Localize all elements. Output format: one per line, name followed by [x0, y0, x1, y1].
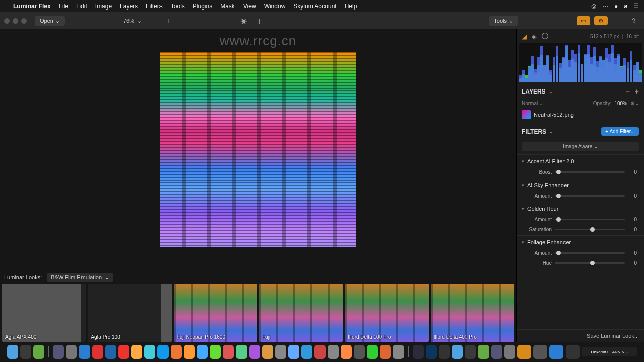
- menu-edit[interactable]: Edit: [76, 3, 87, 10]
- slider-track[interactable]: [555, 171, 625, 173]
- dock-app-icon[interactable]: [131, 345, 142, 359]
- add-filter-button[interactable]: + Add Filter...: [601, 127, 639, 136]
- menu-plugins[interactable]: Plugins: [193, 3, 212, 10]
- menu-view[interactable]: View: [243, 3, 256, 10]
- slider-track[interactable]: [555, 195, 625, 197]
- dock-app-icon[interactable]: [478, 345, 489, 359]
- menu-mask[interactable]: Mask: [220, 3, 235, 10]
- menu-icon[interactable]: ☰: [633, 3, 639, 10]
- window-controls[interactable]: [4, 18, 27, 24]
- menu-window[interactable]: Window: [264, 3, 286, 10]
- menu-layers[interactable]: Layers: [120, 3, 138, 10]
- dock-app-icon[interactable]: [491, 345, 502, 359]
- dock-app-icon[interactable]: [53, 345, 64, 359]
- dock-app-icon[interactable]: [275, 345, 286, 359]
- slider-knob[interactable]: [590, 227, 595, 232]
- dock-app-icon[interactable]: [341, 345, 352, 359]
- dock-app-icon[interactable]: [184, 345, 195, 359]
- share-icon[interactable]: ⇪: [628, 15, 640, 27]
- remove-layer-button[interactable]: −: [626, 87, 630, 96]
- save-look-button[interactable]: Save Luminar Look...: [517, 329, 644, 342]
- dock-app-icon[interactable]: [452, 345, 463, 359]
- dock-app-icon[interactable]: [105, 345, 116, 359]
- histogram-tab-icon[interactable]: ◢: [522, 33, 527, 40]
- zoom-out-button[interactable]: −: [146, 15, 158, 27]
- zoom-select[interactable]: 76%⌄: [123, 18, 142, 24]
- look-preset[interactable]: Ilford Delta 400 Pro: [431, 284, 514, 342]
- slider-knob[interactable]: [556, 251, 561, 255]
- dock-app-icon[interactable]: [367, 345, 378, 359]
- look-preset[interactable]: Fuji Neopan Pro 1600: [174, 284, 257, 342]
- looks-category-dropdown[interactable]: B&W Film Emulation⌄: [47, 273, 113, 282]
- dock-app-icon[interactable]: [144, 345, 155, 359]
- opacity-value[interactable]: 100%: [614, 101, 627, 106]
- dock-app-icon[interactable]: [504, 345, 515, 359]
- dock-app-icon[interactable]: [262, 345, 273, 359]
- dock-app-icon[interactable]: [197, 345, 208, 359]
- slider-track[interactable]: [555, 219, 625, 220]
- dock-app-icon[interactable]: [157, 345, 169, 359]
- dock-app-icon[interactable]: [439, 345, 450, 359]
- open-button[interactable]: Open⌄: [35, 16, 65, 26]
- filter-header[interactable]: ▾Accent AI Filter 2.0: [517, 155, 644, 168]
- dock-app-icon[interactable]: [380, 345, 391, 359]
- dock-app-icon[interactable]: [92, 345, 103, 359]
- slider-track[interactable]: [555, 262, 625, 264]
- look-preset[interactable]: Ilford Delta 100 Pro: [345, 284, 428, 342]
- info-tab-icon[interactable]: ⓘ: [542, 32, 548, 41]
- slider-knob[interactable]: [556, 170, 561, 174]
- dock-app-icon[interactable]: [426, 345, 437, 359]
- menu-filters[interactable]: Filters: [146, 3, 163, 10]
- compare-icon[interactable]: ◫: [254, 15, 266, 27]
- dock-app-icon[interactable]: [314, 345, 326, 359]
- dock-app-icon[interactable]: [517, 345, 531, 359]
- preview-icon[interactable]: ◉: [237, 15, 250, 27]
- menu-help[interactable]: Help: [345, 3, 357, 10]
- dock-app-icon[interactable]: [66, 345, 77, 359]
- status-icon[interactable]: ●: [614, 3, 618, 10]
- status-icon[interactable]: a: [624, 3, 627, 10]
- dock-app-icon[interactable]: [328, 345, 339, 359]
- layer-row[interactable]: Neutral-512.png: [517, 108, 644, 121]
- gear-icon[interactable]: ⚙⌄: [630, 101, 639, 106]
- menu-account[interactable]: Skylum Account: [293, 3, 336, 10]
- filter-header[interactable]: ▾Foliage Enhancer: [517, 236, 644, 249]
- dock-app-icon[interactable]: [549, 345, 564, 359]
- dock-app-icon[interactable]: [354, 345, 365, 359]
- dock-app-icon[interactable]: [566, 345, 580, 359]
- app-name[interactable]: Luminar Flex: [13, 3, 51, 10]
- dock-app-icon[interactable]: [465, 345, 476, 359]
- look-preset[interactable]: Agfa Pro 100: [88, 284, 171, 342]
- image-aware-dropdown[interactable]: Image Aware ⌄: [522, 142, 639, 151]
- status-icon[interactable]: ◎: [591, 3, 596, 10]
- filter-header[interactable]: ▾Golden Hour: [517, 202, 644, 215]
- dock-app-icon[interactable]: [413, 345, 424, 359]
- dock-app-icon[interactable]: [533, 345, 547, 359]
- layers-tab-icon[interactable]: ◈: [532, 33, 537, 40]
- slider-track[interactable]: [555, 229, 625, 230]
- slider-knob[interactable]: [556, 194, 561, 198]
- look-preset[interactable]: Fuji: [259, 284, 343, 342]
- tools-dropdown[interactable]: Tools⌄: [489, 16, 518, 26]
- menu-image[interactable]: Image: [95, 3, 112, 10]
- slider-knob[interactable]: [556, 217, 561, 222]
- dock-app-icon[interactable]: [393, 345, 404, 359]
- dock-app-icon[interactable]: [7, 345, 18, 359]
- looks-panel-toggle[interactable]: ▭: [577, 16, 590, 25]
- add-layer-button[interactable]: +: [635, 87, 639, 96]
- dock-app-icon[interactable]: [288, 345, 299, 359]
- menu-file[interactable]: File: [59, 3, 68, 10]
- zoom-in-button[interactable]: +: [162, 15, 174, 27]
- dock-app-icon[interactable]: [236, 345, 247, 359]
- menu-tools[interactable]: Tools: [171, 3, 185, 10]
- dock-app-icon[interactable]: [223, 345, 234, 359]
- dock-app-icon[interactable]: [33, 345, 44, 359]
- dock-app-icon[interactable]: [20, 345, 31, 359]
- slider-track[interactable]: [555, 252, 625, 254]
- look-preset[interactable]: Agfa APX 400: [2, 284, 86, 342]
- slider-knob[interactable]: [590, 261, 595, 265]
- filters-panel-toggle[interactable]: ⚙: [594, 16, 608, 25]
- dock-app-icon[interactable]: [210, 345, 221, 359]
- dock-app-icon[interactable]: [249, 345, 260, 359]
- blend-mode-select[interactable]: Normal ⌄: [522, 101, 543, 106]
